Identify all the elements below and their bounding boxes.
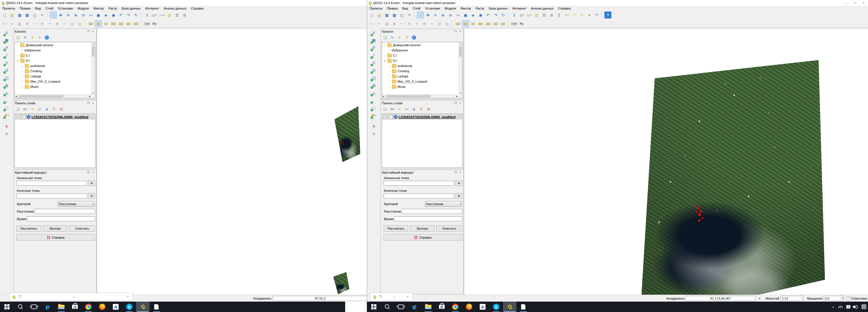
statistics-button[interactable]: Σ — [556, 11, 563, 19]
expand-all-button[interactable]: ⇊ — [44, 106, 50, 112]
add-mssql-layer-button[interactable]: S+ — [3, 59, 10, 66]
menu-item-8[interactable]: База данных — [119, 7, 143, 10]
minimized-subwindow-titlebar[interactable]: Q ❐ □ × — [370, 292, 413, 301]
close-button[interactable]: × — [859, 0, 868, 6]
start-point-input[interactable] — [384, 181, 454, 186]
python-console-button[interactable]: Py — [518, 20, 525, 27]
change-label-button[interactable]: abc — [500, 20, 507, 27]
pin-labels-button[interactable]: ab — [95, 20, 102, 27]
pan-map-button[interactable]: ✥ — [57, 11, 64, 19]
field-calculator-button[interactable]: ≣ — [181, 11, 188, 19]
labeling-options-button[interactable]: abc — [87, 20, 94, 27]
menu-item-0[interactable]: Проекты — [367, 7, 384, 10]
restore-window-icon[interactable]: ❐ — [18, 295, 21, 299]
expression-filter-button[interactable]: ε▾ — [36, 106, 43, 112]
close-panel-icon[interactable]: × — [91, 30, 95, 33]
expander-icon[interactable]: › — [383, 44, 386, 47]
rotate-label-button[interactable]: abc — [125, 20, 132, 27]
taskbar-start-button[interactable] — [0, 302, 13, 312]
tree-item[interactable]: ☆Избранное — [15, 48, 91, 53]
menu-item-3[interactable]: Слой — [410, 7, 423, 10]
close-panel-icon[interactable]: × — [91, 101, 95, 105]
start-point-input[interactable] — [17, 181, 87, 186]
rotate-label-button[interactable]: abc — [492, 20, 499, 27]
float-panel-icon[interactable]: ❐ — [454, 101, 458, 105]
float-panel-icon[interactable]: ❐ — [86, 101, 90, 105]
save-project-as-button[interactable]: ▦ — [24, 11, 31, 19]
distance-input[interactable] — [34, 209, 95, 214]
add-wfs-layer-button[interactable]: ◬+ — [370, 89, 377, 96]
menu-item-6[interactable]: Вектор — [458, 7, 473, 10]
add-wfs-layer-button[interactable]: ◬+ — [3, 89, 10, 96]
route-points-tool-button[interactable]: ↯ — [370, 123, 377, 130]
add-postgis-layer-button[interactable]: P+ — [3, 44, 10, 51]
taskbar-chrome-button[interactable] — [82, 302, 95, 312]
add-mssql-layer-button[interactable]: S+ — [370, 59, 377, 66]
add-selected-layers-button[interactable]: ❏ — [382, 34, 388, 41]
criterion-dropdown[interactable]: Расстояние▾ — [425, 201, 462, 207]
tree-item[interactable]: ›Music — [15, 84, 91, 89]
collapse-all-button[interactable]: ⇈ — [418, 106, 425, 112]
select-features-button[interactable]: ▭▾ — [159, 11, 165, 19]
open-project-button[interactable]: ▨ — [9, 11, 16, 19]
taskbar-skype-button[interactable]: S — [122, 302, 136, 312]
item-properties-button[interactable]: ℹ — [411, 34, 417, 41]
taskbar-firefox-button[interactable] — [462, 302, 476, 312]
open-attribute-table-button[interactable]: ☰ — [174, 11, 181, 19]
add-spatialite-layer-button[interactable]: ƒ+ — [370, 52, 377, 59]
network-info-icon[interactable]: i — [846, 305, 850, 309]
expander-icon[interactable]: › — [388, 80, 391, 83]
highlight-labels-button[interactable]: ab — [470, 20, 476, 27]
menu-item-7[interactable]: Растр — [473, 7, 487, 10]
zoom-in-button[interactable]: ⊕ — [72, 11, 79, 19]
render-checkbox[interactable]: ✓Отрисовка — [846, 297, 867, 301]
menu-item-5[interactable]: Модули — [75, 7, 91, 10]
identify-button[interactable]: ℹ — [511, 11, 518, 19]
clear-button[interactable]: Очистить — [436, 226, 462, 232]
new-shapefile-button[interactable]: ▢+ — [370, 104, 377, 111]
end-point-input[interactable] — [384, 194, 454, 199]
close-window-icon[interactable]: × — [127, 295, 129, 299]
open-attribute-table-button[interactable]: ☰ — [541, 11, 548, 19]
manage-visibility-button[interactable]: ⊙▾ — [22, 106, 28, 112]
maximize-window-icon[interactable]: □ — [393, 295, 395, 299]
tree-item[interactable]: ›Mac_OS_X_Leopard — [382, 79, 458, 84]
horizontal-scrollbar[interactable]: ◀▶ — [15, 94, 91, 98]
add-selected-layers-button[interactable]: ❏ — [15, 34, 21, 41]
taskbar-start-button[interactable] — [367, 302, 380, 312]
add-delimited-text-button[interactable]: ,+ — [370, 97, 377, 104]
taskbar-store-button[interactable] — [68, 302, 82, 312]
taskbar-skype-button[interactable]: S — [489, 302, 503, 312]
maximize-window-icon[interactable]: □ — [73, 295, 75, 299]
language-app-icon[interactable] — [862, 305, 866, 309]
calculate-button[interactable]: Рассчитать — [384, 226, 408, 232]
zoom-to-layer-button[interactable]: ◉ — [110, 11, 117, 19]
volume-icon[interactable] — [854, 306, 856, 308]
pick-start-point-button[interactable]: ✛ — [88, 180, 95, 186]
add-spatialite-layer-button[interactable]: ƒ+ — [3, 52, 10, 59]
expander-icon[interactable]: › — [16, 44, 19, 47]
expander-icon[interactable]: ∨ — [383, 59, 386, 62]
text-annotation-button[interactable]: T▾ — [593, 11, 600, 19]
layer-item[interactable]: ✓LC81810172015256LGN00_modified — [382, 114, 462, 119]
zoom-last-button[interactable]: ↶ — [485, 11, 492, 19]
pick-end-point-button[interactable]: ✛ — [456, 193, 462, 199]
time-input[interactable] — [27, 216, 95, 221]
pick-end-point-button[interactable]: ✛ — [88, 193, 95, 199]
time-input[interactable] — [394, 216, 462, 221]
menu-item-4[interactable]: Установки — [56, 7, 75, 10]
zoom-full-button[interactable]: ▣ — [462, 11, 469, 19]
add-wms-layer-button[interactable]: ◫+ — [3, 74, 10, 81]
composer-manager-button[interactable]: ✎ — [406, 11, 413, 19]
minimize-button[interactable]: – — [842, 0, 850, 6]
expander-icon[interactable]: › — [21, 64, 24, 68]
touch-zoom-button[interactable]: ☝ — [417, 11, 424, 19]
expander-icon[interactable]: › — [21, 70, 24, 73]
extent-toggle-icon[interactable]: ⌖ — [756, 296, 763, 301]
float-panel-icon[interactable]: ❐ — [454, 170, 458, 174]
add-postgis-layer-button[interactable]: P+ — [370, 44, 377, 51]
window-titlebar[interactable]: Q QGIS2.14.0-Essen - Vologda-kvartal-ras… — [367, 0, 868, 6]
tree-item[interactable]: ☆Избранное — [382, 48, 458, 53]
collapse-tree-button[interactable]: ↥ — [404, 34, 410, 41]
zoom-last-button[interactable]: ↶ — [118, 11, 124, 19]
